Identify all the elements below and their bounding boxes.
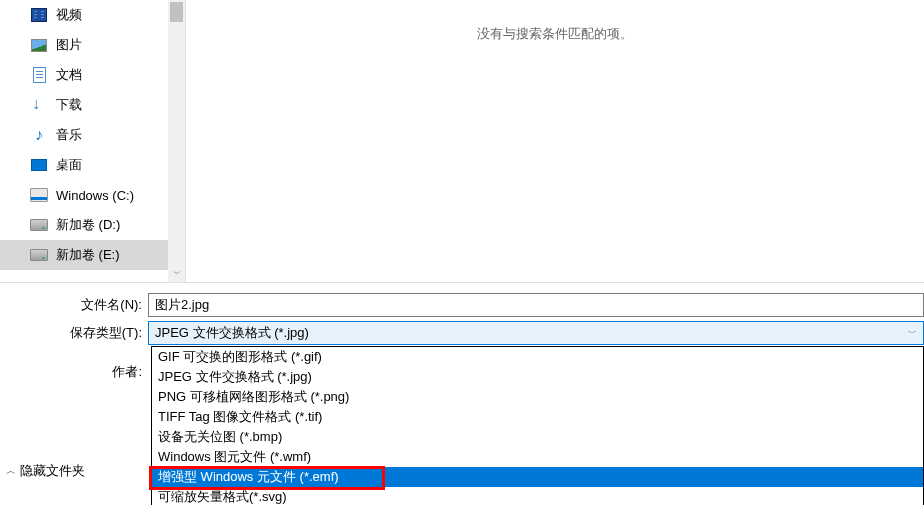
savetype-select[interactable]: JPEG 文件交换格式 (*.jpg) ﹀ xyxy=(148,321,924,345)
sidebar-item-documents[interactable]: 文档 xyxy=(0,60,168,90)
dropdown-option-emf[interactable]: 增强型 Windows 元文件 (*.emf) xyxy=(152,467,923,487)
author-label: 作者: xyxy=(0,363,148,381)
sidebar-item-videos[interactable]: 视频 xyxy=(0,0,168,30)
filename-input[interactable] xyxy=(148,293,924,317)
empty-message: 没有与搜索条件匹配的项。 xyxy=(477,25,633,43)
sidebar-item-pictures[interactable]: 图片 xyxy=(0,30,168,60)
download-icon xyxy=(30,96,48,114)
sidebar-item-drive-d[interactable]: 新加卷 (D:) xyxy=(0,210,168,240)
file-list-area: 没有与搜索条件匹配的项。 xyxy=(186,0,924,282)
sidebar-item-label: 新加卷 (E:) xyxy=(56,246,120,264)
sidebar-item-label: 音乐 xyxy=(56,126,82,144)
drive-c-icon xyxy=(30,186,48,204)
chevron-down-icon: ﹀ xyxy=(908,327,917,340)
dropdown-option-bmp[interactable]: 设备无关位图 (*.bmp) xyxy=(152,427,923,447)
desktop-icon xyxy=(30,156,48,174)
top-section: 视频 图片 文档 下载 ♪ 音乐 桌面 xyxy=(0,0,924,283)
hide-folders-link[interactable]: 隐藏文件夹 xyxy=(20,462,85,480)
filename-label: 文件名(N): xyxy=(0,296,148,314)
sidebar-item-label: 新加卷 (D:) xyxy=(56,216,120,234)
dropdown-option-wmf[interactable]: Windows 图元文件 (*.wmf) xyxy=(152,447,923,467)
sidebar-item-label: 桌面 xyxy=(56,156,82,174)
dropdown-option-png[interactable]: PNG 可移植网络图形格式 (*.png) xyxy=(152,387,923,407)
savetype-dropdown: GIF 可交换的图形格式 (*.gif) JPEG 文件交换格式 (*.jpg)… xyxy=(151,346,924,505)
sidebar-item-label: Windows (C:) xyxy=(56,188,134,203)
scrollbar-thumb[interactable] xyxy=(170,2,183,22)
dropdown-option-tif[interactable]: TIFF Tag 图像文件格式 (*.tif) xyxy=(152,407,923,427)
bottom-bar: ︿ 隐藏文件夹 xyxy=(0,462,85,480)
music-icon: ♪ xyxy=(30,126,48,144)
sidebar-item-label: 文档 xyxy=(56,66,82,84)
sidebar-scrollbar[interactable]: ﹀ xyxy=(168,0,185,282)
video-icon xyxy=(30,6,48,24)
navigation-sidebar: 视频 图片 文档 下载 ♪ 音乐 桌面 xyxy=(0,0,186,282)
dropdown-option-jpg[interactable]: JPEG 文件交换格式 (*.jpg) xyxy=(152,367,923,387)
dropdown-option-gif[interactable]: GIF 可交换的图形格式 (*.gif) xyxy=(152,347,923,367)
sidebar-item-downloads[interactable]: 下载 xyxy=(0,90,168,120)
sidebar-item-drive-e[interactable]: 新加卷 (E:) xyxy=(0,240,168,270)
sidebar-item-music[interactable]: ♪ 音乐 xyxy=(0,120,168,150)
sidebar-item-desktop[interactable]: 桌面 xyxy=(0,150,168,180)
drive-icon xyxy=(30,246,48,264)
document-icon xyxy=(30,66,48,84)
dropdown-option-svg[interactable]: 可缩放矢量格式(*.svg) xyxy=(152,487,923,505)
savetype-value: JPEG 文件交换格式 (*.jpg) xyxy=(155,324,309,342)
chevron-up-icon[interactable]: ︿ xyxy=(6,464,16,478)
sidebar-item-label: 下载 xyxy=(56,96,82,114)
picture-icon xyxy=(30,36,48,54)
sidebar-item-drive-c[interactable]: Windows (C:) xyxy=(0,180,168,210)
drive-icon xyxy=(30,216,48,234)
scrollbar-down-icon[interactable]: ﹀ xyxy=(168,265,185,282)
sidebar-item-label: 图片 xyxy=(56,36,82,54)
sidebar-item-label: 视频 xyxy=(56,6,82,24)
savetype-label: 保存类型(T): xyxy=(0,324,148,342)
